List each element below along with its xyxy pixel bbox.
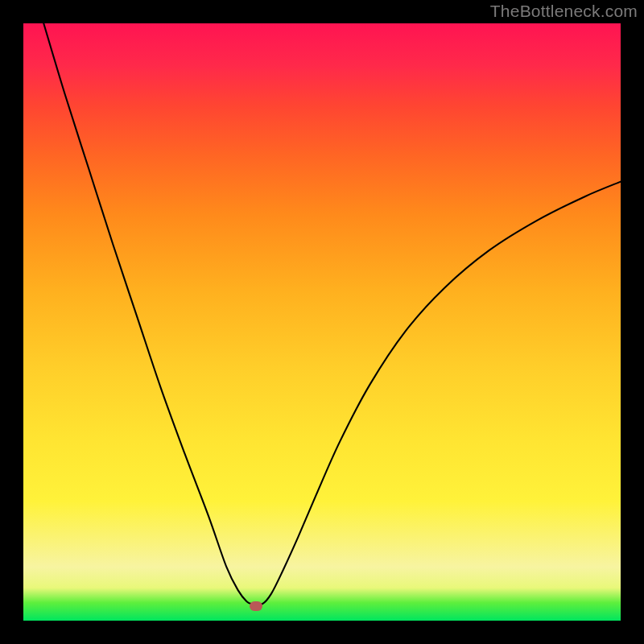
bottleneck-marker <box>250 601 262 611</box>
chart-curve <box>23 23 621 621</box>
chart-plot-area <box>23 23 621 621</box>
watermark-label: TheBottleneck.com <box>490 2 638 21</box>
